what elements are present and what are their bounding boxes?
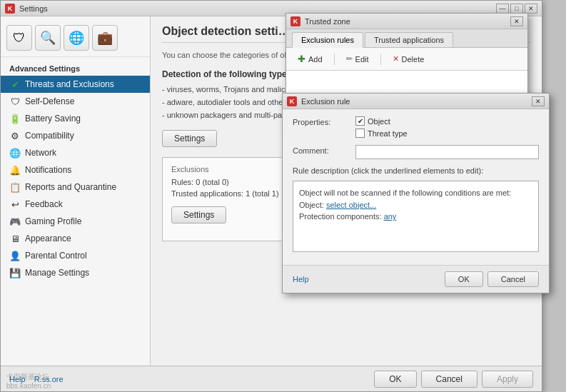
properties-row: Properties: ✔ Object Threat type [293,116,539,138]
excl-cancel-button[interactable]: Cancel [487,271,539,287]
edit-button[interactable]: ✏ Edit [340,53,375,65]
network-icon: 🌐 [9,147,21,159]
object-prefix: Object: [299,201,326,209]
cancel-button[interactable]: Cancel [421,371,477,388]
sidebar: 🛡 🔍 🌐 💼 Advanced Settings ✔ Threats and … [1,16,151,366]
sidebar-item-notifications[interactable]: 🔔 Notifications [1,161,150,179]
tab-exclusion-rules[interactable]: Exclusion rules [292,32,363,48]
sidebar-section-title: Advanced Settings [1,60,150,76]
threat-type-checkbox[interactable] [355,129,365,138]
description-line2: Object: select object... [299,199,532,211]
trusted-zone-close[interactable]: ✕ [510,16,523,26]
threat-type-label: Threat type [368,129,408,138]
trusted-zone-tabs: Exclusion rules Trusted applications [286,29,527,48]
gaming-icon: 🎮 [9,216,21,227]
delete-button[interactable]: ✕ Delete [387,53,430,65]
trusted-zone-title-bar: K Trusted zone ✕ [286,14,527,29]
comment-row: Comment: [293,145,539,159]
compatibility-icon: ⚙ [9,130,21,141]
properties-label: Properties: [293,116,350,126]
sidebar-item-gaming[interactable]: 🎮 Gaming Profile [1,213,150,230]
excl-help-button[interactable]: Help [293,275,309,283]
excl-close-button[interactable]: ✕ [532,96,545,106]
watermark-line2: bbs.kaofen.cn [6,382,138,390]
sidebar-label-reports: Reports and Quarantine [25,182,116,192]
sidebar-item-feedback[interactable]: ↩ Feedback [1,196,150,213]
select-object-link[interactable]: select object... [326,201,376,209]
sidebar-item-appearance[interactable]: 🖥 Appearance [1,230,150,247]
battery-icon: 🔋 [9,113,21,124]
delete-label: Delete [402,55,425,64]
selfdefense-icon: 🛡 [9,96,21,107]
description-title: Rule description (click the underlined e… [293,166,539,175]
sidebar-label-gaming: Gaming Profile [25,216,81,226]
trusted-zone-toolbar: ✚ Add ✏ Edit ✕ Delete [286,48,527,71]
notifications-icon: 🔔 [9,164,21,176]
excl-title-bar: K Exclusion rule ✕ [283,94,549,109]
delete-icon: ✕ [393,54,399,64]
description-line1: Object will not be scanned if the follow… [299,187,532,199]
tab-trusted-apps[interactable]: Trusted applications [365,32,453,47]
close-button[interactable]: ✕ [525,4,537,14]
sidebar-icon-search[interactable]: 🔍 [35,25,61,51]
sidebar-item-parental[interactable]: 👤 Parental Control [1,247,150,264]
sidebar-item-reports[interactable]: 📋 Reports and Quarantine [1,179,150,196]
any-link[interactable]: any [384,212,397,221]
kaspersky-icon: K [5,4,15,14]
sidebar-label-notifications: Notifications [25,165,71,175]
sidebar-icon-shield[interactable]: 🛡 [6,25,32,51]
sidebar-label-threats: Threats and Exclusions [25,79,114,89]
excl-icon: K [287,96,297,106]
maximize-button[interactable]: □ [510,4,523,14]
sidebar-label-manage: Manage Settings [25,268,89,278]
watermark: 卡巴斯基论坛 bbs.kaofen.cn [1,370,143,391]
window-controls: — □ ✕ [496,4,537,14]
detection-settings-button[interactable]: Settings [162,130,217,147]
edit-icon: ✏ [346,54,353,64]
toolbar-divider-2 [380,54,381,65]
sidebar-label-parental: Parental Control [25,251,87,261]
edit-label: Edit [355,55,369,64]
sidebar-icons: 🛡 🔍 🌐 💼 [1,22,150,57]
excl-bottom-bar: Help OK Cancel [283,265,549,293]
sidebar-item-manage[interactable]: 💾 Manage Settings [1,264,150,281]
description-line3: Protection components: any [299,211,532,223]
comment-label: Comment: [293,145,350,155]
sidebar-label-appearance: Appearance [25,233,71,243]
sidebar-label-battery: Battery Saving [25,114,81,124]
sidebar-label-selfdefense: Self-Defense [25,96,74,106]
trusted-zone-icon: K [290,16,300,26]
sidebar-label-compatibility: Compatibility [25,131,74,141]
manage-icon: 💾 [9,267,21,278]
excl-title: Exclusion rule [301,97,527,106]
appearance-icon: 🖥 [9,233,21,244]
window-title: Settings [19,4,492,13]
minimize-button[interactable]: — [496,4,509,14]
excl-ok-button[interactable]: OK [445,271,483,287]
exclusions-settings-button[interactable]: Settings [171,206,226,223]
add-button[interactable]: ✚ Add [292,52,328,66]
sidebar-item-network[interactable]: 🌐 Network [1,144,150,161]
sidebar-item-selfdefense[interactable]: 🛡 Self-Defense [1,93,150,110]
object-label: Object [368,117,390,126]
object-checkbox-row: ✔ Object [355,116,408,126]
sidebar-icon-bag[interactable]: 💼 [92,25,118,51]
object-checkbox[interactable]: ✔ [355,116,365,126]
excl-action-buttons: OK Cancel [445,271,539,287]
ok-button[interactable]: OK [374,371,416,388]
sidebar-icon-globe[interactable]: 🌐 [64,25,89,51]
add-label: Add [308,55,323,64]
apply-button[interactable]: Apply [482,371,533,388]
exclusion-rule-dialog: K Exclusion rule ✕ Properties: ✔ Object … [282,93,550,293]
sidebar-item-compatibility[interactable]: ⚙ Compatibility [1,127,150,144]
properties-checkboxes: ✔ Object Threat type [355,116,408,138]
toolbar-divider-1 [334,54,335,65]
reports-icon: 📋 [9,181,21,193]
sidebar-label-feedback: Feedback [25,199,63,209]
rule-description: Object will not be scanned if the follow… [293,181,539,252]
excl-content: Properties: ✔ Object Threat type Comment… [283,109,549,265]
watermark-line1: 卡巴斯基论坛 [6,372,138,382]
comment-input[interactable] [355,145,539,159]
sidebar-item-battery[interactable]: 🔋 Battery Saving [1,110,150,127]
sidebar-item-threats[interactable]: ✔ Threats and Exclusions [1,76,150,93]
